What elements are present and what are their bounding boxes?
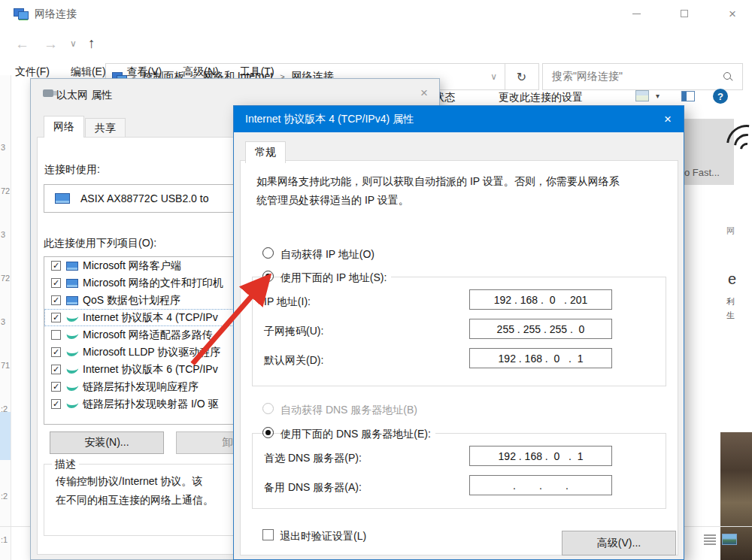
radio-manual-ip[interactable]: [262, 271, 274, 282]
background-wifi-icon: [723, 120, 752, 180]
tab-general[interactable]: 常规: [245, 141, 286, 163]
background-right-fragment: 利: [726, 296, 735, 307]
ip-fields-container: IP 地址(I):192 . 168 . 0 . 201子网掩码(U):255 …: [234, 286, 685, 392]
background-fragments: 372372371:2:2:2:1: [0, 75, 11, 560]
background-right-fragment: 生: [726, 310, 735, 321]
menu-item-2[interactable]: 查看(V): [127, 65, 162, 79]
item-checkbox[interactable]: [51, 330, 61, 340]
ipv4-intro-line1: 如果网络支持此功能，则可以获取自动指派的 IP 设置。否则，你需要从网络系: [256, 175, 620, 189]
client-service-icon: [66, 296, 78, 305]
protocol-item-label: Internet 协议版本 4 (TCP/IPv: [83, 311, 218, 325]
advanced-button[interactable]: 高级(V)...: [562, 531, 676, 555]
menu-item-4[interactable]: 工具(T): [240, 65, 274, 79]
dns-field-label-0: 首选 DNS 服务器(P):: [264, 452, 362, 465]
item-checkbox[interactable]: ✓: [51, 261, 61, 271]
view-options-icon[interactable]: [635, 90, 649, 101]
protocol-item-label: 链路层拓扑发现映射器 I/O 驱: [83, 398, 218, 411]
protocol-item-label: Microsoft 网络适配器多路传: [83, 328, 213, 342]
protocol-item-label: Microsoft LLDP 协议驱动程序: [83, 346, 220, 359]
background-left-fragment: 72: [1, 274, 10, 283]
forward-icon[interactable]: →: [44, 36, 58, 53]
tab-sharing[interactable]: 共享: [85, 118, 126, 138]
protocol-icon: [65, 401, 79, 408]
item-checkbox[interactable]: ✓: [51, 365, 61, 374]
background-item-label-fragment: o Fast...: [684, 167, 720, 178]
item-checkbox[interactable]: ✓: [51, 382, 61, 392]
validate-on-exit-label[interactable]: 退出时验证设置(L): [280, 530, 366, 543]
install-button[interactable]: 安装(N)...: [50, 431, 164, 454]
explorer-titlebar: 网络连接 ×: [0, 0, 752, 27]
window-title: 网络连接: [35, 8, 77, 21]
item-checkbox[interactable]: ✓: [51, 399, 61, 409]
background-left-fragment: 3: [1, 143, 5, 152]
connect-using-label: 连接时使用:: [44, 163, 100, 177]
radio-manual-ip-label[interactable]: 使用下面的 IP 地址(S):: [280, 271, 391, 285]
dns-field-input-1[interactable]: . . .: [469, 475, 612, 495]
ip-field-label-0: IP 地址(I):: [264, 295, 311, 309]
back-icon[interactable]: ←: [15, 36, 29, 53]
protocol-icon: [65, 332, 79, 339]
background-left-fragment: 3: [1, 230, 5, 239]
view-options-chevron-icon[interactable]: ▾: [656, 92, 660, 100]
validate-on-exit-checkbox[interactable]: [262, 529, 274, 540]
description-title: 描述: [52, 458, 79, 471]
protocol-item-label: Microsoft 网络的文件和打印机: [83, 277, 223, 290]
ipv4-intro-line2: 统管理员处获得适当的 IP 设置。: [256, 194, 409, 207]
dns-field-input-0[interactable]: 192 . 168 . 0 . 1: [469, 446, 612, 466]
ip-field-input-0[interactable]: 192 . 168 . 0 . 201: [469, 289, 612, 310]
minimize-button[interactable]: [619, 0, 653, 27]
protocol-item-label: Internet 协议版本 6 (TCP/IPv: [83, 363, 218, 377]
protocol-item-label: Microsoft 网络客户端: [83, 259, 181, 273]
ip-field-input-2[interactable]: 192 . 168 . 0 . 1: [469, 348, 612, 368]
radio-manual-dns[interactable]: [262, 427, 274, 438]
protocol-item-label: QoS 数据包计划程序: [83, 294, 180, 307]
maximize-button[interactable]: [667, 0, 702, 27]
adapter-name: ASIX AX88772C USB2.0 to: [80, 192, 208, 204]
background-left-fragment: 3: [1, 317, 5, 326]
items-list-label: 此连接使用下列项目(O):: [44, 237, 156, 250]
item-checkbox[interactable]: ✓: [51, 347, 61, 357]
background-selection-highlight: [0, 412, 11, 460]
radio-auto-ip-label[interactable]: 自动获得 IP 地址(O): [280, 248, 379, 262]
radio-auto-dns-label[interactable]: 自动获得 DNS 服务器地址(B): [280, 404, 422, 417]
menu-item-3[interactable]: 高级(N): [183, 65, 218, 79]
protocol-icon: [65, 315, 79, 322]
ethernet-dialog-close-icon[interactable]: ×: [420, 86, 428, 101]
background-left-fragment: 72: [1, 186, 10, 195]
adapter-icon: [55, 193, 70, 204]
radio-auto-dns[interactable]: [262, 403, 274, 414]
toolbar-change-settings[interactable]: 更改此连接的设置: [499, 91, 583, 104]
thumbnail-view-icon[interactable]: [722, 534, 737, 545]
background-right-fragment: 网: [726, 226, 735, 237]
history-chevron-icon[interactable]: ∨: [70, 38, 77, 49]
menu-item-1[interactable]: 编辑(E): [71, 65, 106, 79]
preview-pane-icon[interactable]: [681, 91, 695, 101]
network-connections-icon: [14, 7, 29, 19]
radio-auto-ip[interactable]: [262, 247, 274, 259]
protocol-icon: [65, 350, 79, 356]
navigation-bar: ← → ∨ ↑ > 控制面板>网络和 Internet>网络连接 ∨ ↻ 搜索"…: [0, 30, 752, 62]
ip-field-input-1[interactable]: 255 . 255 . 255 . 0: [469, 319, 612, 339]
protocol-item-label: 链路层拓扑发现响应程序: [83, 380, 199, 394]
item-checkbox[interactable]: ✓: [51, 278, 61, 288]
ipv4-titlebar: Internet 协议版本 4 (TCP/IPv4) 属性 ×: [234, 106, 684, 132]
client-service-icon: [66, 279, 78, 288]
close-button[interactable]: ×: [715, 0, 750, 27]
ethernet-dialog-title: 以太网 属性: [56, 89, 112, 102]
background-left-fragment: 71: [1, 361, 10, 370]
ipv4-dialog-title: Internet 协议版本 4 (TCP/IPv4) 属性: [234, 113, 664, 126]
up-icon[interactable]: ↑: [88, 35, 96, 52]
radio-manual-dns-label[interactable]: 使用下面的 DNS 服务器地址(E):: [280, 428, 435, 441]
tab-network[interactable]: 网络: [44, 116, 84, 138]
ipv4-dialog-close-icon[interactable]: ×: [664, 112, 684, 127]
item-checkbox[interactable]: ✓: [51, 295, 61, 305]
item-checkbox[interactable]: ✓: [51, 313, 61, 322]
dns-fields-container: 首选 DNS 服务器(P):192 . 168 . 0 . 1备用 DNS 服务…: [234, 443, 685, 518]
ipv4-properties-dialog: Internet 协议版本 4 (TCP/IPv4) 属性 × 常规 如果网络支…: [233, 105, 684, 560]
details-view-icon[interactable]: [704, 534, 716, 545]
help-icon[interactable]: ?: [713, 89, 728, 104]
menu-item-0[interactable]: 文件(F): [15, 65, 50, 79]
background-left-fragment: :1: [1, 535, 8, 544]
background-left-fragment: :2: [1, 492, 8, 501]
background-right-fragment: e: [728, 271, 736, 288]
